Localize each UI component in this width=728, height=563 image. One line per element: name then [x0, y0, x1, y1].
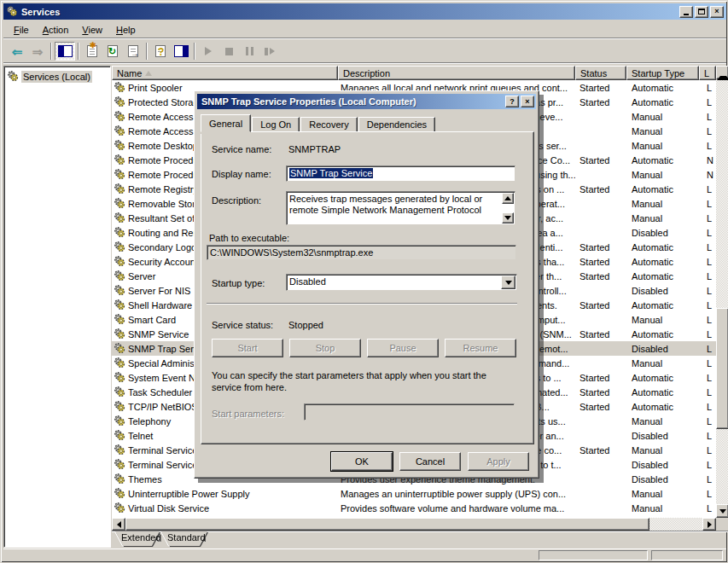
service-gear-icon [114, 328, 125, 340]
service-icon [114, 241, 125, 254]
tab-recovery[interactable]: Recovery [300, 117, 357, 132]
service-logon-cell: L [699, 460, 716, 470]
properties-button[interactable]: ✱ [82, 42, 102, 61]
scroll-right-button[interactable] [702, 518, 716, 531]
service-status-cell: Started [575, 83, 626, 93]
dialog-help-button[interactable]: ? [505, 96, 519, 107]
service-logon-cell: L [699, 126, 716, 136]
vertical-scrollbar-thumb[interactable] [716, 308, 728, 429]
tab-standard[interactable]: Standard [161, 531, 207, 546]
service-icon [114, 255, 125, 269]
service-logon-cell: L [699, 373, 716, 383]
column-header-name[interactable]: Name [112, 66, 338, 80]
tab-dependencies[interactable]: Dependencies [358, 117, 435, 132]
minimize-icon [684, 14, 689, 15]
service-status-cell: Started [575, 300, 626, 311]
tab-extended[interactable]: Extended [115, 531, 160, 546]
service-icon [114, 371, 125, 385]
service-icon [114, 342, 125, 356]
tab-general[interactable]: General [201, 114, 251, 132]
cancel-button[interactable]: Cancel [399, 452, 461, 471]
list-header: Name Description Status Startup Type L [112, 66, 716, 80]
general-tab-page [201, 131, 534, 444]
refresh-button[interactable]: ↻ [102, 42, 123, 61]
view-tabs: Extended Standard [112, 531, 728, 548]
service-name-cell: Terminal Services [128, 445, 202, 456]
tree-item-services-local[interactable]: Services (Local) [4, 69, 110, 84]
help-button[interactable]: ? [150, 42, 171, 61]
close-button[interactable]: × [710, 6, 724, 18]
service-gear-icon [114, 458, 125, 470]
export-list-button[interactable]: → [123, 42, 143, 61]
service-icon [114, 313, 125, 327]
column-header-description[interactable]: Description [338, 66, 575, 80]
maximize-button[interactable] [695, 6, 708, 18]
service-startup-cell: Automatic [626, 271, 699, 282]
dialog-close-button[interactable]: × [521, 96, 534, 107]
service-status-cell: Started [575, 445, 626, 456]
service-row[interactable]: Uninterruptible Power Supply Manages an … [112, 486, 716, 501]
service-row[interactable]: Virtual Disk Service Provides software v… [112, 501, 716, 515]
pause-icon [246, 47, 253, 55]
title-bar[interactable]: Services × [3, 3, 726, 20]
service-icon [114, 502, 125, 515]
service-startup-cell: Disabled [626, 474, 699, 485]
horizontal-scrollbar-thumb[interactable] [125, 518, 649, 531]
service-gear-icon [114, 139, 125, 151]
scroll-up-button[interactable] [716, 66, 728, 79]
service-gear-icon [114, 473, 125, 485]
action-pane-icon [174, 45, 189, 57]
column-header-status[interactable]: Status [575, 66, 626, 80]
back-arrow-icon: ⇐ [12, 45, 23, 58]
service-gear-icon [7, 70, 19, 82]
service-name-cell: Smart Card [128, 315, 176, 325]
vertical-scrollbar[interactable] [716, 66, 728, 518]
service-status-cell: Started [575, 184, 626, 194]
back-button[interactable]: ⇐ [7, 42, 27, 61]
service-startup-cell: Manual [626, 445, 699, 456]
tab-log-on[interactable]: Log On [252, 117, 300, 132]
service-startup-cell: Manual [626, 315, 699, 325]
scroll-left-button[interactable] [112, 518, 125, 531]
service-gear-icon [114, 241, 125, 252]
service-gear-icon [114, 270, 125, 282]
service-name-cell: Task Scheduler [128, 387, 192, 398]
service-gear-icon [114, 415, 125, 427]
show-console-tree-button[interactable] [55, 42, 75, 61]
pause-service-button [239, 42, 259, 61]
service-status-cell: Started [575, 402, 626, 412]
service-logon-cell: L [699, 300, 716, 311]
service-logon-cell: L [699, 329, 716, 340]
service-name-cell: Remote Registry [128, 184, 198, 194]
service-name-cell: Virtual Disk Service [128, 503, 209, 514]
service-gear-icon [114, 299, 125, 311]
column-header-logon[interactable]: L [699, 66, 716, 80]
show-action-pane-button[interactable] [171, 42, 191, 61]
service-startup-cell: Manual [626, 126, 699, 136]
service-logon-cell: L [699, 271, 716, 282]
toolbar-separator [146, 43, 148, 60]
menu-item-action[interactable]: Action [36, 23, 76, 37]
dialog-title-bar[interactable]: SNMP Trap Service Properties (Local Comp… [197, 94, 536, 109]
maximize-icon [698, 9, 705, 15]
minimize-button[interactable] [679, 6, 693, 18]
service-logon-cell: N [699, 170, 716, 180]
menu-item-help[interactable]: Help [109, 23, 143, 37]
console-tree-pane: Services (Local) [3, 66, 111, 548]
service-status-cell: Started [575, 155, 626, 165]
menu-item-view[interactable]: View [75, 23, 109, 37]
scroll-up-icon [717, 67, 728, 80]
menu-item-file[interactable]: File [7, 23, 36, 37]
service-icon [114, 154, 125, 167]
service-startup-cell: Automatic [626, 83, 699, 93]
service-startup-cell: Manual [626, 358, 699, 369]
ok-button[interactable]: OK [331, 452, 393, 471]
service-startup-cell: Automatic [626, 184, 699, 194]
scroll-down-button[interactable] [716, 504, 728, 518]
column-header-startup-type[interactable]: Startup Type [626, 66, 699, 80]
service-status-cell: Started [575, 373, 626, 383]
service-icon [114, 357, 125, 370]
service-startup-cell: Automatic [626, 329, 699, 340]
service-startup-cell: Disabled [626, 286, 699, 296]
horizontal-scrollbar[interactable] [112, 518, 716, 531]
